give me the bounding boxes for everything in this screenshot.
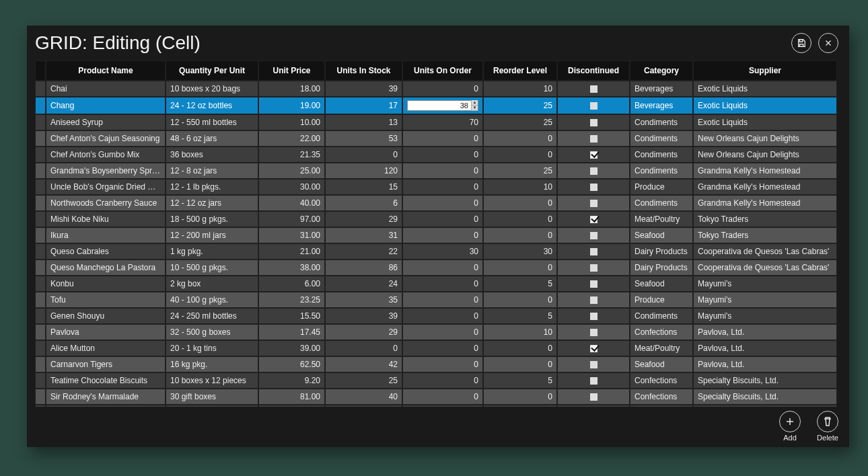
cell-reorder[interactable]: 10	[483, 324, 557, 340]
cell-price[interactable]: 15.50	[258, 308, 325, 324]
col-product-name[interactable]: Product Name	[46, 61, 166, 81]
cell-stock[interactable]: 25	[325, 372, 402, 389]
table-row[interactable]: Konbu2 kg box6.002405SeafoodMayumi's	[35, 276, 837, 292]
discontinued-checkbox[interactable]	[590, 248, 598, 255]
cell-disc[interactable]	[557, 147, 630, 163]
row-selector[interactable]	[35, 211, 46, 227]
cell-order[interactable]: 0	[402, 356, 483, 372]
cell-supp[interactable]: Tokyo Traders	[693, 227, 837, 243]
cell-qpu[interactable]: 40 - 100 g pkgs.	[166, 292, 258, 308]
cell-name[interactable]: Chef Anton's Gumbo Mix	[46, 147, 166, 163]
cell-stock[interactable]: 17	[325, 97, 402, 114]
cell-price[interactable]: 97.00	[258, 211, 325, 227]
col-discontinued[interactable]: Discontinued	[557, 61, 630, 81]
cell-price[interactable]: 19.00	[258, 97, 325, 114]
cell-disc[interactable]	[557, 308, 630, 324]
cell-reorder[interactable]: 0	[483, 147, 557, 163]
discontinued-checkbox[interactable]	[590, 184, 598, 191]
cell-cat[interactable]: Meat/Poultry	[630, 340, 693, 356]
table-row[interactable]: Teatime Chocolate Biscuits10 boxes x 12 …	[35, 372, 837, 389]
col-category[interactable]: Category	[630, 61, 693, 81]
discontinued-checkbox[interactable]	[590, 232, 598, 239]
cell-disc[interactable]	[557, 195, 630, 211]
row-selector[interactable]	[35, 130, 46, 147]
cell-disc[interactable]	[557, 97, 630, 114]
table-row[interactable]: Pavlova32 - 500 g boxes17.4529010Confect…	[35, 324, 837, 340]
delete-button[interactable]: Delete	[817, 411, 838, 442]
cell-stock[interactable]: 53	[325, 130, 402, 147]
cell-order[interactable]: 0	[402, 260, 483, 276]
discontinued-checkbox[interactable]	[590, 151, 598, 159]
table-row[interactable]: Grandma's Boysenberry Spread12 - 8 oz ja…	[35, 163, 837, 179]
grid-scroll-area[interactable]: Product Name Quantity Per Unit Unit Pric…	[35, 61, 841, 407]
cell-supp[interactable]: Grandma Kelly's Homestead	[693, 163, 837, 179]
table-row[interactable]: Chef Anton's Cajun Seasoning48 - 6 oz ja…	[35, 130, 837, 147]
cell-price[interactable]: 9.20	[258, 372, 325, 389]
cell-order[interactable]: 0	[402, 372, 483, 389]
cell-disc[interactable]	[557, 276, 630, 292]
col-qty-per-unit[interactable]: Quantity Per Unit	[166, 61, 258, 81]
cell-stock[interactable]: 31	[325, 227, 402, 243]
cell-stock[interactable]: 15	[325, 179, 402, 195]
discontinued-checkbox[interactable]	[590, 377, 598, 385]
cell-supp[interactable]: Pavlova, Ltd.	[693, 356, 837, 372]
table-row[interactable]: Alice Mutton20 - 1 kg tins39.00000Meat/P…	[35, 340, 837, 356]
row-selector[interactable]	[35, 179, 46, 195]
cell-stock[interactable]: 40	[325, 389, 402, 405]
discontinued-checkbox[interactable]	[590, 361, 598, 368]
cell-cat[interactable]: Condiments	[630, 147, 693, 163]
table-row[interactable]: Sir Rodney's Marmalade30 gift boxes81.00…	[35, 389, 837, 405]
cell-price[interactable]: 81.00	[258, 389, 325, 405]
cell-price[interactable]: 30.00	[258, 179, 325, 195]
cell-stock[interactable]: 24	[325, 276, 402, 292]
col-supplier[interactable]: Supplier	[693, 61, 837, 81]
cell-name[interactable]: Chef Anton's Cajun Seasoning	[46, 130, 166, 147]
cell-reorder[interactable]: 0	[483, 389, 557, 405]
cell-reorder[interactable]: 0	[483, 292, 557, 308]
row-selector[interactable]	[35, 340, 46, 356]
cell-reorder[interactable]: 10	[483, 179, 557, 195]
add-button[interactable]: Add	[779, 411, 801, 442]
cell-reorder[interactable]: 5	[483, 276, 557, 292]
cell-order[interactable]: 0	[402, 276, 483, 292]
cell-cat[interactable]: Confections	[630, 389, 693, 405]
cell-supp[interactable]: Exotic Liquids	[693, 114, 837, 130]
cell-qpu[interactable]: 24 - 12 oz bottles	[166, 97, 258, 114]
cell-order[interactable]: 0	[402, 195, 483, 211]
cell-qpu[interactable]: 32 - 500 g boxes	[166, 324, 258, 340]
cell-name[interactable]: Queso Cabrales	[46, 243, 166, 260]
cell-price[interactable]: 17.45	[258, 324, 325, 340]
cell-name[interactable]: Queso Manchego La Pastora	[46, 260, 166, 276]
row-selector[interactable]	[35, 114, 46, 130]
table-row[interactable]: Chai10 boxes x 20 bags18.0039010Beverage…	[35, 81, 837, 97]
cell-supp[interactable]: Pavlova, Ltd.	[693, 324, 837, 340]
cell-order[interactable]: 0	[402, 389, 483, 405]
discontinued-checkbox[interactable]	[590, 85, 598, 93]
cell-qpu[interactable]: 1 kg pkg.	[166, 243, 258, 260]
close-button[interactable]	[818, 33, 838, 53]
row-selector[interactable]	[35, 276, 46, 292]
cell-price[interactable]: 62.50	[258, 356, 325, 372]
table-row[interactable]: Queso Manchego La Pastora10 - 500 g pkgs…	[35, 260, 837, 276]
discontinued-checkbox[interactable]	[590, 102, 598, 110]
cell-price[interactable]: 31.00	[258, 227, 325, 243]
cell-disc[interactable]	[557, 324, 630, 340]
cell-price[interactable]: 10.00	[258, 114, 325, 130]
cell-stock[interactable]: 6	[325, 195, 402, 211]
cell-cat[interactable]: Produce	[630, 292, 693, 308]
col-unit-price[interactable]: Unit Price	[258, 61, 325, 81]
cell-order[interactable]: 70	[402, 114, 483, 130]
cell-cat[interactable]: Beverages	[630, 81, 693, 97]
cell-order[interactable]: 0	[402, 179, 483, 195]
cell-order[interactable]: 0	[402, 227, 483, 243]
cell-supp[interactable]: Tokyo Traders	[693, 211, 837, 227]
spinner-icon[interactable]: ▲▼	[471, 100, 478, 111]
cell-name[interactable]: Sir Rodney's Marmalade	[46, 389, 166, 405]
row-selector[interactable]	[35, 356, 46, 372]
cell-qpu[interactable]: 10 boxes x 12 pieces	[166, 372, 258, 389]
cell-cat[interactable]: Dairy Products	[630, 260, 693, 276]
cell-cat[interactable]: Confections	[630, 324, 693, 340]
table-row[interactable]: Ikura12 - 200 ml jars31.003100SeafoodTok…	[35, 227, 837, 243]
cell-stock[interactable]: 22	[325, 243, 402, 260]
cell-name[interactable]: Tofu	[46, 292, 166, 308]
